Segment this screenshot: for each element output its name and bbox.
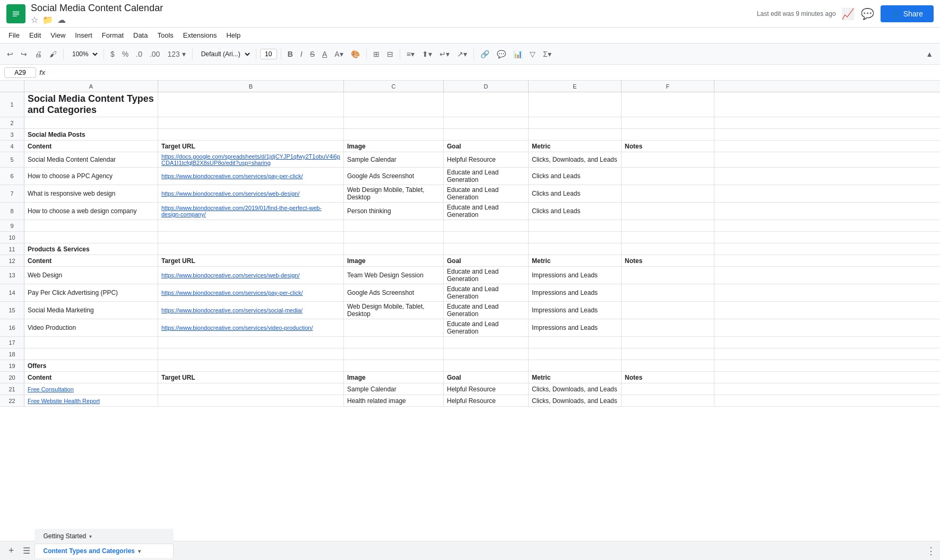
cell[interactable]: Web Design Mobile, Tablet, Desktop <box>344 185 444 202</box>
cell[interactable]: Educate and Lead Generation <box>444 203 529 220</box>
zoom-select[interactable]: 100% <box>67 48 100 60</box>
insert-link-button[interactable]: 🔗 <box>478 48 492 60</box>
cell[interactable]: Products & Services <box>24 243 158 255</box>
cell[interactable] <box>622 92 714 117</box>
cell[interactable]: Image <box>344 141 444 152</box>
cell[interactable]: Google Ads Screenshot <box>344 168 444 185</box>
cell[interactable] <box>529 129 622 140</box>
cell[interactable]: How to choose a PPC Agency <box>24 168 158 185</box>
wrap-button[interactable]: ↵▾ <box>437 48 452 60</box>
cell[interactable]: Image <box>344 372 444 383</box>
menu-item-help[interactable]: Help <box>222 29 245 41</box>
menu-item-tools[interactable]: Tools <box>153 29 177 41</box>
cell[interactable] <box>622 203 714 220</box>
cell[interactable] <box>529 243 622 255</box>
cell[interactable] <box>529 232 622 243</box>
cell[interactable]: Social Media Content Calendar <box>24 152 158 167</box>
tab-dropdown-arrow[interactable]: ▾ <box>89 533 92 539</box>
cell[interactable] <box>344 117 444 128</box>
cell[interactable]: Notes <box>622 255 714 266</box>
currency-button[interactable]: $ <box>108 48 117 60</box>
align-button[interactable]: ≡▾ <box>404 48 417 60</box>
text-color-button[interactable]: A▾ <box>332 48 346 60</box>
cell[interactable] <box>622 383 714 395</box>
folder-icon[interactable]: 📁 <box>42 15 53 25</box>
cell[interactable] <box>622 220 714 231</box>
cell[interactable]: How to choose a web design company <box>24 203 158 220</box>
cell[interactable]: Google Ads Screenshot <box>344 284 444 301</box>
cell[interactable]: Person thinking <box>344 203 444 220</box>
col-header-a[interactable]: A <box>24 81 158 92</box>
cell[interactable]: Pay Per Click Advertising (PPC) <box>24 284 158 301</box>
cell[interactable]: Goal <box>444 141 529 152</box>
cell[interactable] <box>444 129 529 140</box>
cell[interactable] <box>344 220 444 231</box>
cell[interactable]: Educate and Lead Generation <box>444 284 529 301</box>
cell[interactable]: Free Consultation <box>24 383 158 395</box>
cell[interactable]: https://www.biondocreative.com/services/… <box>158 267 344 284</box>
cell[interactable] <box>622 129 714 140</box>
cell[interactable] <box>444 243 529 255</box>
borders-button[interactable]: ⊞ <box>370 48 382 60</box>
cell[interactable] <box>344 337 444 348</box>
decimal0-button[interactable]: .0 <box>133 48 145 60</box>
cell[interactable]: https://docs.google.com/spreadsheets/d/1… <box>158 152 344 167</box>
sheet-tab-content-types-and-categories[interactable]: Content Types and Categories▾ <box>35 544 174 558</box>
cell[interactable] <box>158 92 344 117</box>
cell[interactable]: Metric <box>529 141 622 152</box>
cell-link[interactable]: https://www.biondocreative.com/services/… <box>161 325 313 331</box>
col-header-d[interactable]: D <box>444 81 529 92</box>
cell[interactable]: Clicks, Downloads, and Leads <box>529 152 622 167</box>
trend-icon[interactable]: 📈 <box>841 7 855 20</box>
cell[interactable] <box>444 117 529 128</box>
cell[interactable]: Web Design <box>24 267 158 284</box>
cell[interactable] <box>622 348 714 360</box>
cell[interactable]: Impressions and Leads <box>529 319 622 336</box>
add-sheet-button[interactable]: + <box>4 543 19 558</box>
bold-button[interactable]: B <box>285 48 296 60</box>
cell[interactable] <box>24 337 158 348</box>
cell[interactable]: Educate and Lead Generation <box>444 168 529 185</box>
cell[interactable]: Social Media Marketing <box>24 302 158 319</box>
decimal00-button[interactable]: .00 <box>147 48 162 60</box>
cell-reference-input[interactable] <box>4 67 36 78</box>
cell[interactable]: Social Media Content Types and Categorie… <box>24 92 158 117</box>
cell[interactable]: Social Media Posts <box>24 129 158 140</box>
cell[interactable]: Educate and Lead Generation <box>444 302 529 319</box>
tab-dropdown-arrow[interactable]: ▾ <box>138 548 141 554</box>
cell-link[interactable]: https://www.biondocreative.com/services/… <box>161 190 299 197</box>
cell[interactable] <box>622 117 714 128</box>
cell[interactable]: Content <box>24 372 158 383</box>
cell[interactable] <box>622 284 714 301</box>
cell[interactable] <box>158 337 344 348</box>
menu-item-insert[interactable]: Insert <box>71 29 97 41</box>
cell[interactable] <box>158 383 344 395</box>
cell-link[interactable]: https://www.biondocreative.com/services/… <box>161 173 303 179</box>
cell[interactable] <box>444 337 529 348</box>
cell[interactable] <box>622 152 714 167</box>
menu-item-edit[interactable]: Edit <box>25 29 45 41</box>
cell[interactable]: Sample Calendar <box>344 152 444 167</box>
valign-button[interactable]: ⬆▾ <box>419 48 435 60</box>
cell[interactable]: What is responsive web design <box>24 185 158 202</box>
cell[interactable]: Clicks and Leads <box>529 168 622 185</box>
cell[interactable] <box>529 117 622 128</box>
cell[interactable]: Helpful Resource <box>444 383 529 395</box>
col-header-b[interactable]: B <box>158 81 344 92</box>
cell[interactable]: Impressions and Leads <box>529 284 622 301</box>
cell[interactable] <box>344 348 444 360</box>
menu-item-extensions[interactable]: Extensions <box>179 29 221 41</box>
doc-title[interactable]: Social Media Content Calendar <box>31 3 741 14</box>
cell[interactable]: https://www.biondocreative.com/services/… <box>158 185 344 202</box>
paint-format-button[interactable]: 🖌 <box>47 48 59 60</box>
print-button[interactable]: 🖨 <box>32 48 45 60</box>
cell[interactable]: Clicks and Leads <box>529 203 622 220</box>
cell[interactable] <box>344 243 444 255</box>
formula-input[interactable] <box>49 68 936 76</box>
cell[interactable]: Goal <box>444 255 529 266</box>
merge-button[interactable]: ⊟ <box>384 48 396 60</box>
cell[interactable]: Clicks, Downloads, and Leads <box>529 395 622 406</box>
cell[interactable]: Health related image <box>344 395 444 406</box>
star-icon[interactable]: ☆ <box>31 15 38 25</box>
cell[interactable]: Image <box>344 255 444 266</box>
